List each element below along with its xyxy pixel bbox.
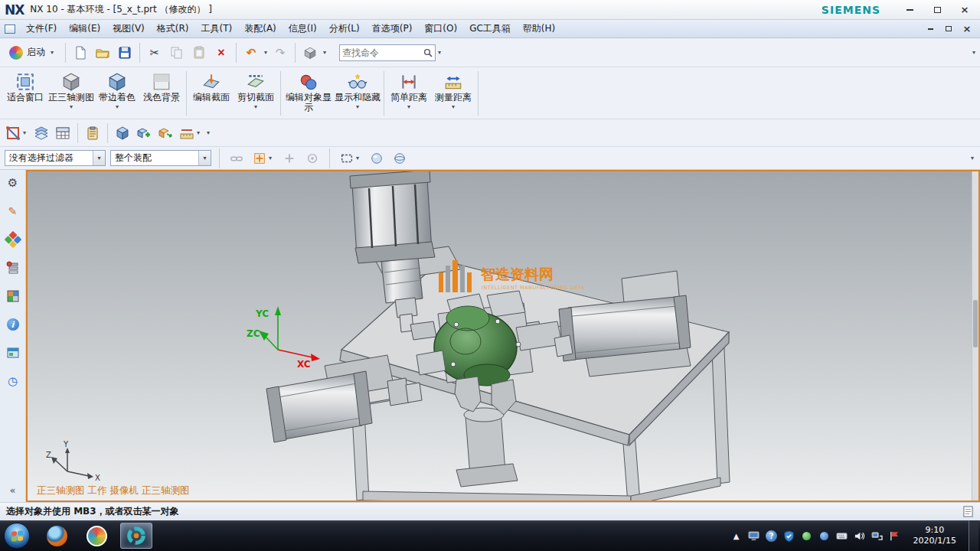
new-file-button[interactable] bbox=[70, 42, 91, 64]
menu-window[interactable]: 窗口(O) bbox=[418, 20, 463, 37]
doc-minimize-button[interactable] bbox=[922, 23, 939, 35]
roles-gear-button[interactable]: ⚙ bbox=[3, 174, 23, 192]
light-background-button[interactable]: 浅色背景 bbox=[139, 69, 184, 117]
view-style-dropdown-chevron[interactable]: ▾ bbox=[322, 50, 328, 56]
clip-section-button[interactable]: 剪切截面 ▾ bbox=[234, 69, 278, 117]
menu-view[interactable]: 视图(V) bbox=[106, 20, 151, 37]
simple-distance-button[interactable]: 简单距离 ▾ bbox=[387, 69, 431, 117]
measure-tool-button[interactable]: ▾ bbox=[177, 122, 204, 144]
green-status-tray-button[interactable] bbox=[801, 529, 813, 543]
hidden-icons-button[interactable]: ▲ bbox=[730, 529, 743, 543]
3d-scene[interactable]: YC ZC XC Y X Z bbox=[28, 171, 978, 500]
toolbar-options-chevron[interactable]: ▾ bbox=[971, 50, 977, 56]
object-display-layers-button[interactable] bbox=[31, 122, 51, 144]
taskbar-clock[interactable]: 9:10 2020/1/15 bbox=[906, 525, 963, 546]
menu-gc-toolbox[interactable]: GC工具箱 bbox=[463, 20, 517, 37]
network-tray-button[interactable] bbox=[871, 529, 884, 543]
doc-close-button[interactable]: × bbox=[959, 23, 975, 35]
ime-keyboard-tray-button[interactable] bbox=[836, 529, 848, 543]
blue-status-tray-button[interactable] bbox=[818, 529, 831, 543]
undo-dropdown-chevron[interactable]: ▾ bbox=[263, 50, 269, 56]
command-finder[interactable] bbox=[339, 44, 436, 61]
assembly-navigator-button[interactable]: ✎ bbox=[3, 202, 23, 220]
maximize-button[interactable] bbox=[926, 3, 948, 17]
redo-button[interactable]: ↷ bbox=[270, 42, 291, 64]
menu-edit[interactable]: 编辑(E) bbox=[63, 20, 106, 37]
chevron-down-icon[interactable]: ▾ bbox=[254, 103, 257, 110]
chevron-down-icon[interactable]: ▾ bbox=[356, 103, 359, 110]
chevron-down-icon[interactable]: ▾ bbox=[407, 103, 410, 110]
start-orb-button[interactable] bbox=[4, 523, 30, 549]
snap-point-button[interactable]: ▾ bbox=[250, 148, 276, 169]
chevron-down-icon[interactable]: ▾ bbox=[267, 155, 273, 161]
delete-button[interactable]: × bbox=[211, 42, 232, 64]
edit-object-display-button[interactable]: 编辑对象显示 bbox=[283, 69, 334, 117]
show-desktop-button[interactable] bbox=[969, 520, 978, 551]
open-file-button[interactable] bbox=[92, 42, 113, 64]
close-button[interactable]: × bbox=[954, 3, 975, 17]
chevron-down-icon[interactable]: ▾ bbox=[70, 103, 73, 110]
chevron-down-icon[interactable]: ▾ bbox=[93, 151, 105, 165]
viewport-scrollbar[interactable] bbox=[972, 171, 978, 500]
fit-window-button[interactable]: 适合窗口 bbox=[3, 69, 47, 117]
properties-clipboard-button[interactable] bbox=[83, 122, 103, 144]
start-menu-button[interactable]: 启动 ▾ bbox=[3, 43, 61, 63]
rectangle-select-button[interactable]: ▾ bbox=[338, 148, 363, 169]
volume-tray-button[interactable] bbox=[854, 529, 866, 543]
copy-button[interactable] bbox=[166, 42, 188, 64]
add-component-button[interactable] bbox=[113, 122, 132, 144]
menu-information[interactable]: 信息(I) bbox=[283, 20, 323, 37]
rollover-sphere-button[interactable] bbox=[390, 148, 409, 169]
paste-button[interactable] bbox=[188, 42, 210, 64]
menu-file[interactable]: 文件(F) bbox=[20, 20, 63, 37]
isometric-view-button[interactable]: 正三轴测图 ▾ bbox=[47, 69, 95, 117]
firefox-taskbar-button[interactable] bbox=[41, 523, 73, 549]
menu-assemblies[interactable]: 装配(A) bbox=[238, 20, 283, 37]
menu-help[interactable]: 帮助(H) bbox=[517, 20, 561, 37]
display-tray-button[interactable] bbox=[748, 529, 760, 543]
menu-tools[interactable]: 工具(T) bbox=[195, 20, 239, 37]
graphics-window[interactable]: YC ZC XC Y X Z bbox=[26, 170, 980, 502]
document-window-icon[interactable] bbox=[5, 24, 15, 34]
selection-filter-combo[interactable]: 没有选择过滤器 ▾ bbox=[5, 150, 106, 166]
status-note-icon[interactable] bbox=[962, 506, 974, 517]
save-button[interactable] bbox=[114, 42, 136, 64]
scrollbar-thumb[interactable] bbox=[973, 300, 978, 347]
chevron-down-icon[interactable]: ▾ bbox=[452, 103, 455, 110]
action-center-tray-button[interactable] bbox=[889, 529, 901, 543]
reuse-library-button[interactable] bbox=[3, 287, 23, 305]
component-grid-button[interactable] bbox=[53, 122, 73, 144]
collapse-sidebar-button[interactable]: « bbox=[3, 481, 23, 499]
doc-restore-button[interactable] bbox=[940, 23, 957, 35]
cut-button[interactable]: ✂ bbox=[144, 42, 165, 64]
chevron-down-icon[interactable]: ▾ bbox=[198, 151, 211, 165]
edit-section-button[interactable]: 编辑截面 bbox=[189, 69, 234, 117]
help-tray-button[interactable]: ? bbox=[766, 529, 778, 543]
hd3d-tools-button[interactable] bbox=[3, 344, 23, 362]
search-dropdown-chevron[interactable]: ▾ bbox=[436, 50, 443, 56]
smart-selection-button[interactable] bbox=[303, 148, 322, 169]
toolbar-options-chevron[interactable]: ▾ bbox=[969, 155, 975, 161]
minimize-button[interactable] bbox=[899, 3, 920, 17]
menu-format[interactable]: 格式(R) bbox=[151, 20, 195, 37]
history-button[interactable]: ◷ bbox=[3, 372, 23, 390]
web-browser-button[interactable]: i bbox=[3, 315, 23, 334]
toolbar-overflow-chevron[interactable]: ▾ bbox=[205, 130, 211, 136]
nx-taskbar-button[interactable] bbox=[120, 523, 152, 549]
search-input[interactable] bbox=[342, 47, 423, 58]
assemble-component-button[interactable] bbox=[155, 122, 175, 144]
view-style-button[interactable] bbox=[299, 42, 321, 64]
selection-scope-combo[interactable]: 整个装配 ▾ bbox=[110, 150, 211, 166]
chevron-down-icon[interactable]: ▾ bbox=[21, 130, 28, 136]
constraint-navigator-button[interactable] bbox=[3, 230, 23, 249]
select-chain-button[interactable] bbox=[227, 148, 246, 169]
menu-preferences[interactable]: 首选项(P) bbox=[366, 20, 419, 37]
highlight-sphere-button[interactable] bbox=[368, 148, 386, 169]
chevron-down-icon[interactable]: ▾ bbox=[116, 103, 119, 110]
part-navigator-button[interactable] bbox=[3, 259, 23, 277]
show-and-hide-button[interactable]: 显示和隐藏 ▾ bbox=[334, 69, 381, 117]
measure-distance-button[interactable]: 测量距离 ▾ bbox=[431, 69, 475, 117]
menu-analysis[interactable]: 分析(L) bbox=[323, 20, 366, 37]
point-constructor-button[interactable] bbox=[280, 148, 299, 169]
chevron-down-icon[interactable]: ▾ bbox=[195, 130, 201, 136]
